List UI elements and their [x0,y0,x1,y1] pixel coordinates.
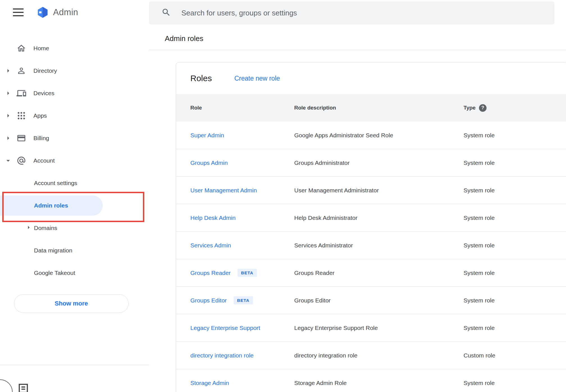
menu-icon[interactable] [13,8,24,16]
sidebar-item-label: Data migration [34,247,72,254]
table-row-services-admin: Services Admin Services Administrator Sy… [176,232,566,259]
search-icon [161,8,171,18]
sidebar-item-account[interactable]: Account [0,149,149,172]
sidebar-item-label: Home [33,45,49,52]
sidebar-item-label: Account settings [34,180,77,186]
apps-grid-icon [15,110,28,122]
role-type: System role [464,325,566,331]
role-type: System role [464,380,566,386]
role-link[interactable]: User Management Admin [190,187,257,194]
role-type: Custom role [464,352,566,359]
chevron-right-icon[interactable] [4,67,12,75]
chevron-down-icon[interactable] [4,156,12,165]
chevron-right-icon[interactable] [4,134,12,142]
role-type: System role [464,215,566,221]
roles-card: Roles Create new role Role Role descript… [176,62,566,392]
sidebar-item-directory[interactable]: Directory [0,60,149,82]
sidebar-nav: Home Directory Devices [0,37,149,284]
role-type: System role [464,242,566,249]
table-row-groups-reader: Groups Reader BETA Groups Reader System … [176,259,566,287]
sidebar-item-billing[interactable]: Billing [0,127,149,149]
role-link[interactable]: Groups Reader [190,270,231,276]
sidebar-item-label: Admin roles [34,202,68,209]
sidebar-item-google-takeout[interactable]: Google Takeout [0,262,149,284]
column-header-type: Type ? [464,104,566,112]
table-row-user-management-admin: User Management Admin User Management Ad… [176,177,566,204]
home-icon [15,42,28,54]
table-row-groups-editor: Groups Editor BETA Groups Editor System … [176,287,566,314]
partial-circle-decoration [0,379,13,392]
role-description: Storage Admin Role [294,380,464,386]
partial-bottom-icon [17,382,30,392]
search-input[interactable] [181,9,518,17]
card-header: Roles Create new role [176,63,566,94]
sidebar-item-label: Account [33,157,55,164]
admin-logo: Admin [36,6,78,19]
at-sign-icon [15,154,28,167]
search-bar [149,1,554,24]
column-header-type-label: Type [464,105,476,111]
sidebar-item-label: Google Takeout [34,270,75,276]
role-link[interactable]: Help Desk Admin [190,215,236,221]
chevron-spacer [4,44,12,53]
admin-hexagon-icon [36,6,49,19]
role-description: Groups Editor [294,297,464,304]
main-content: Admin roles Roles Create new role Role R… [149,0,566,392]
chevron-right-icon[interactable] [25,224,33,233]
sidebar-item-label: Directory [33,67,57,74]
role-link[interactable]: Super Admin [190,132,224,139]
sidebar-item-label: Devices [33,90,54,97]
sidebar: Admin Home Directory [0,0,149,392]
role-description: Legacy Enterprise Support Role [294,325,464,331]
beta-badge: BETA [234,296,253,304]
card-title: Roles [190,74,212,83]
role-description: Services Administrator [294,242,464,249]
column-header-role: Role [176,105,294,111]
role-type: System role [464,270,566,276]
table-header-row: Role Role description Type ? [176,94,566,122]
help-icon[interactable]: ? [479,104,487,112]
sidebar-item-label: Apps [33,112,47,119]
table-row-super-admin: Super Admin Google Apps Administrator Se… [176,122,566,149]
divider [149,50,566,50]
sidebar-item-apps[interactable]: Apps [0,104,149,127]
table-row-help-desk-admin: Help Desk Admin Help Desk Administrator … [176,204,566,232]
table-row-groups-admin: Groups Admin Groups Administrator System… [176,149,566,177]
devices-icon [15,87,28,99]
app-title: Admin [53,7,78,17]
role-link[interactable]: Legacy Enterprise Support [190,325,260,331]
role-description: Google Apps Administrator Seed Role [294,132,464,139]
chevron-right-icon[interactable] [4,89,12,97]
role-type: System role [464,159,566,166]
role-link[interactable]: Services Admin [190,242,231,249]
role-link[interactable]: Groups Editor [190,297,227,304]
sidebar-item-account-settings[interactable]: Account settings [0,172,149,194]
role-link[interactable]: directory integration role [190,352,254,359]
role-link[interactable]: Groups Admin [190,159,228,166]
role-link[interactable]: Storage Admin [190,380,229,386]
role-description: User Management Administrator [294,187,464,194]
column-header-description: Role description [294,105,464,111]
table-row-directory-integration-role: directory integration role directory int… [176,342,566,369]
sidebar-item-admin-roles[interactable]: Admin roles [0,194,149,217]
sidebar-item-data-migration[interactable]: Data migration [0,239,149,262]
role-type: System role [464,297,566,304]
sidebar-item-devices[interactable]: Devices [0,82,149,104]
sidebar-item-label: Domains [34,225,57,231]
divider [0,365,149,365]
credit-card-icon [15,132,28,144]
beta-badge: BETA [238,269,257,277]
role-description: Help Desk Administrator [294,215,464,221]
sidebar-item-domains[interactable]: Domains [0,217,149,239]
sidebar-item-home[interactable]: Home [0,37,149,60]
sidebar-item-label: Billing [33,135,49,142]
show-more-button[interactable]: Show more [14,294,129,313]
table-row-legacy-enterprise-support: Legacy Enterprise Support Legacy Enterpr… [176,314,566,342]
person-icon [15,65,28,77]
create-new-role-link[interactable]: Create new role [234,75,280,82]
chevron-right-icon[interactable] [4,111,12,120]
role-type: System role [464,187,566,194]
role-description: directory integration role [294,352,464,359]
table-row-storage-admin: Storage Admin Storage Admin Role System … [176,369,566,392]
sidebar-header: Admin [0,0,149,25]
